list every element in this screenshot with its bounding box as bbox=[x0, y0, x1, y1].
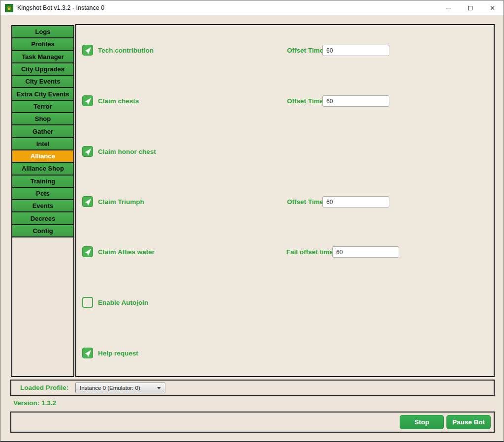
offset-time-label: Offset Time bbox=[287, 95, 323, 107]
sidebar: Logs Profiles Task Manager City Upgrades… bbox=[11, 25, 74, 377]
minimize-icon bbox=[446, 8, 451, 8]
sidebar-item-profiles[interactable]: Profiles bbox=[12, 38, 73, 51]
checkbox-claim-triumph[interactable] bbox=[82, 196, 93, 207]
loaded-profile-label: Loaded Profile: bbox=[20, 381, 68, 395]
row-claim-chests: Claim chests Offset Time bbox=[82, 95, 488, 107]
offset-time-input[interactable] bbox=[322, 45, 389, 56]
checkbox-label: Enable Autojoin bbox=[98, 297, 148, 308]
alliance-settings-panel: Tech contribution Offset Time Claim ches… bbox=[75, 24, 495, 377]
row-help-request: Help request bbox=[82, 348, 488, 359]
checkbox-claim-honor-chest[interactable] bbox=[82, 146, 93, 157]
fail-offset-time-input[interactable] bbox=[332, 246, 399, 258]
app-window: ♛ Kingshot Bot v1.3.2 - Instance 0 ✕ Log… bbox=[0, 0, 504, 442]
check-icon bbox=[84, 97, 93, 106]
sidebar-item-intel[interactable]: Intel bbox=[12, 138, 73, 150]
sidebar-item-alliance-shop[interactable]: Alliance Shop bbox=[12, 163, 73, 175]
offset-time-input[interactable] bbox=[322, 196, 389, 207]
profile-dropdown[interactable]: Instance 0 (Emulator: 0) bbox=[75, 383, 165, 393]
sidebar-item-city-upgrades[interactable]: City Upgrades bbox=[12, 63, 73, 76]
checkbox-label: Tech contribution bbox=[98, 45, 154, 56]
offset-time-label: Offset Time bbox=[287, 196, 323, 207]
row-tech-contribution: Tech contribution Offset Time bbox=[82, 45, 488, 57]
sidebar-item-config[interactable]: Config bbox=[12, 225, 73, 237]
minimize-button[interactable] bbox=[437, 0, 459, 15]
fail-offset-time-label: Fail offset time bbox=[286, 246, 333, 258]
checkbox-help-request[interactable] bbox=[82, 348, 93, 358]
window-controls: ✕ bbox=[437, 0, 504, 15]
maximize-button[interactable] bbox=[459, 0, 481, 15]
pause-bot-button[interactable]: Pause Bot bbox=[446, 415, 491, 429]
bottom-action-bar: Stop Pause Bot bbox=[10, 412, 495, 433]
sidebar-item-terror[interactable]: Terror bbox=[12, 101, 73, 113]
sidebar-item-training[interactable]: Training bbox=[12, 176, 73, 188]
row-enable-autojoin: Enable Autojoin bbox=[82, 297, 488, 309]
sidebar-item-city-events[interactable]: City Events bbox=[12, 76, 73, 88]
sidebar-item-shop[interactable]: Shop bbox=[12, 113, 73, 125]
crown-app-icon: ♛ bbox=[5, 4, 13, 12]
check-icon bbox=[84, 46, 93, 55]
sidebar-item-alliance[interactable]: Alliance bbox=[12, 150, 73, 163]
version-text: Version: 1.3.2 bbox=[13, 399, 56, 407]
sidebar-item-extra-city-events[interactable]: Extra City Events bbox=[12, 88, 73, 100]
check-icon bbox=[84, 147, 93, 156]
row-claim-allies-water: Claim Allies water Fail offset time bbox=[82, 246, 488, 258]
titlebar: ♛ Kingshot Bot v1.3.2 - Instance 0 ✕ bbox=[0, 0, 504, 15]
sidebar-item-logs[interactable]: Logs bbox=[12, 26, 73, 38]
chevron-down-icon bbox=[157, 387, 161, 389]
row-claim-triumph: Claim Triumph Offset Time bbox=[82, 196, 488, 208]
checkbox-label: Help request bbox=[98, 348, 138, 359]
profile-dropdown-value: Instance 0 (Emulator: 0) bbox=[80, 385, 154, 391]
offset-time-label: Offset Time bbox=[287, 45, 323, 56]
sidebar-item-decrees[interactable]: Decrees bbox=[12, 212, 73, 225]
check-icon bbox=[84, 349, 93, 358]
sidebar-item-pets[interactable]: Pets bbox=[12, 188, 73, 200]
checkbox-claim-chests[interactable] bbox=[82, 95, 93, 106]
window-title: Kingshot Bot v1.3.2 - Instance 0 bbox=[17, 4, 104, 11]
checkbox-claim-allies-water[interactable] bbox=[82, 246, 93, 257]
checkbox-label: Claim chests bbox=[98, 95, 139, 107]
checkbox-label: Claim Allies water bbox=[98, 246, 155, 258]
checkbox-label: Claim Triumph bbox=[98, 196, 144, 207]
close-button[interactable]: ✕ bbox=[481, 0, 504, 15]
maximize-icon bbox=[468, 6, 472, 10]
sidebar-item-task-manager[interactable]: Task Manager bbox=[12, 51, 73, 63]
sidebar-item-gather[interactable]: Gather bbox=[12, 125, 73, 138]
checkbox-tech-contribution[interactable] bbox=[82, 45, 93, 56]
checkbox-label: Claim honor chest bbox=[98, 146, 156, 157]
offset-time-input[interactable] bbox=[322, 95, 389, 107]
checkbox-enable-autojoin[interactable] bbox=[82, 297, 93, 308]
sidebar-item-events[interactable]: Events bbox=[12, 200, 73, 212]
check-icon bbox=[84, 198, 93, 206]
check-icon bbox=[84, 248, 93, 257]
row-claim-honor-chest: Claim honor chest bbox=[82, 146, 488, 158]
stop-button[interactable]: Stop bbox=[400, 415, 444, 429]
loaded-profile-bar: Loaded Profile: Instance 0 (Emulator: 0) bbox=[10, 380, 495, 396]
